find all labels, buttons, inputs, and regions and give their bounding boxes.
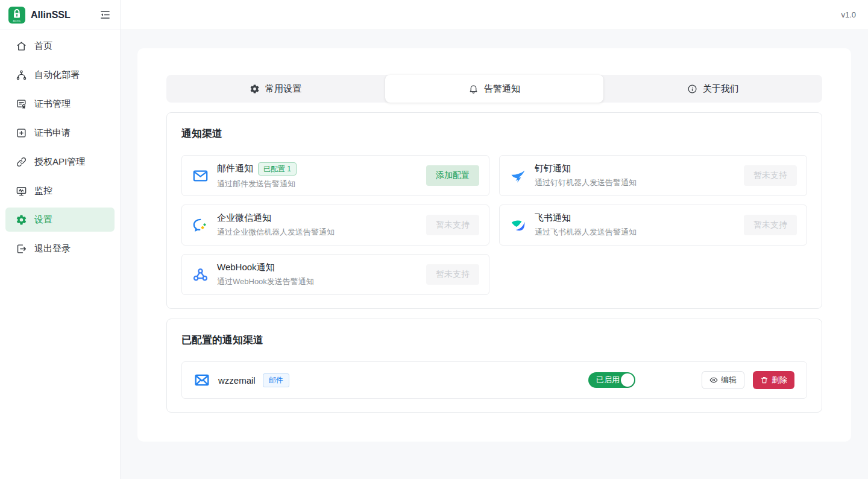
sidebar-item-label: 证书申请 (34, 127, 71, 139)
tab-label: 告警通知 (484, 83, 520, 95)
toggle-knob (621, 373, 634, 387)
feishu-icon (509, 217, 526, 233)
configured-channel-row: wzzemail 邮件 已启用 编辑 删除 (181, 361, 807, 399)
main-area: v1.0 常用设置 告警通知 关于我们 通知渠道 (121, 0, 868, 479)
sidebar-item-home[interactable]: 首页 (5, 34, 115, 58)
certificate-apply-icon (16, 127, 27, 139)
delete-button[interactable]: 删除 (753, 371, 794, 389)
logout-icon (16, 243, 27, 255)
unsupported-button[interactable]: 暂未支持 (426, 215, 479, 235)
sidebar-item-auto-deploy[interactable]: 自动化部署 (5, 63, 115, 87)
settings-panel: 常用设置 告警通知 关于我们 通知渠道 (137, 48, 851, 442)
channel-name: 企业微信通知 (217, 212, 271, 224)
channel-card-dingtalk: 钉钉通知 通过钉钉机器人发送告警通知 暂未支持 (499, 155, 807, 196)
sidebar-item-label: 首页 (34, 40, 52, 52)
toggle-label: 已启用 (596, 375, 620, 385)
channel-type-badge: 邮件 (263, 373, 289, 387)
sidebar: AllinSSL AllinSSL 首页 自动化部署 证书管理 证书申请 授权A… (0, 0, 121, 479)
settings-icon (16, 214, 27, 226)
sidebar-item-cert-apply[interactable]: 证书申请 (5, 121, 115, 145)
notification-channels-section: 通知渠道 邮件通知 已配置 1 通过邮件发送告警通知 (166, 112, 822, 309)
sidebar-nav: 首页 自动化部署 证书管理 证书申请 授权API管理 监控 设置 退出登录 (0, 30, 120, 269)
unsupported-button[interactable]: 暂未支持 (426, 264, 479, 285)
email-icon (194, 372, 210, 388)
tab-label: 关于我们 (703, 83, 739, 95)
info-icon (687, 84, 697, 94)
add-config-button[interactable]: 添加配置 (426, 165, 479, 186)
channel-description: 通过邮件发送告警通知 (217, 179, 297, 189)
channel-name: WebHook通知 (217, 262, 275, 273)
allinssl-logo-icon: AllinSSL (8, 7, 25, 24)
tab-alert-notification[interactable]: 告警通知 (385, 75, 604, 103)
content-area: 常用设置 告警通知 关于我们 通知渠道 (121, 30, 868, 479)
sidebar-item-settings[interactable]: 设置 (5, 208, 115, 232)
tab-common-settings[interactable]: 常用设置 (166, 75, 385, 103)
unsupported-button[interactable]: 暂未支持 (744, 215, 797, 235)
channel-name: 邮件通知 (217, 163, 253, 174)
channel-description: 通过飞书机器人发送告警通知 (535, 227, 637, 238)
configured-channel-name: wzzemail (218, 375, 256, 385)
settings-tabs: 常用设置 告警通知 关于我们 (166, 75, 822, 103)
section-title: 已配置的通知渠道 (181, 332, 807, 348)
top-bar: v1.0 (121, 0, 868, 30)
trash-icon (760, 376, 769, 384)
tab-label: 常用设置 (265, 83, 301, 95)
configured-count-badge: 已配置 1 (258, 162, 297, 176)
sidebar-item-label: 授权API管理 (34, 156, 85, 168)
api-link-icon (16, 156, 27, 168)
sidebar-item-api-manage[interactable]: 授权API管理 (5, 150, 115, 174)
sidebar-item-label: 证书管理 (34, 98, 71, 110)
tab-about-us[interactable]: 关于我们 (603, 75, 822, 103)
app-title: AllinSSL (31, 10, 98, 21)
edit-button[interactable]: 编辑 (702, 371, 744, 389)
sidebar-item-label: 退出登录 (34, 243, 71, 255)
wecom-icon (192, 217, 209, 233)
configured-channels-section: 已配置的通知渠道 wzzemail 邮件 已启用 编辑 (166, 319, 822, 413)
channel-description: 通过WebHook发送告警通知 (217, 276, 314, 287)
section-title: 通知渠道 (181, 126, 807, 142)
sidebar-collapse-icon[interactable] (98, 8, 112, 22)
eye-icon (709, 376, 718, 384)
dingtalk-icon (509, 167, 526, 184)
enabled-toggle[interactable]: 已启用 (588, 372, 635, 388)
channel-card-email: 邮件通知 已配置 1 通过邮件发送告警通知 添加配置 (181, 155, 489, 196)
channel-card-wecom: 企业微信通知 通过企业微信机器人发送告警通知 暂未支持 (181, 205, 489, 246)
channels-grid: 邮件通知 已配置 1 通过邮件发送告警通知 添加配置 (181, 155, 807, 295)
email-icon (192, 167, 209, 184)
sidebar-item-label: 自动化部署 (34, 69, 80, 81)
delete-label: 删除 (772, 375, 787, 385)
home-icon (16, 40, 27, 52)
version-label: v1.0 (841, 10, 856, 19)
sidebar-item-monitor[interactable]: 监控 (5, 179, 115, 203)
channel-card-feishu: 飞书通知 通过飞书机器人发送告警通知 暂未支持 (499, 205, 807, 246)
unsupported-button[interactable]: 暂未支持 (744, 165, 797, 186)
gear-icon (250, 84, 260, 94)
svg-text:AllinSSL: AllinSSL (13, 19, 21, 22)
bell-icon (468, 84, 479, 94)
sidebar-item-label: 设置 (34, 214, 52, 226)
webhook-icon (192, 266, 209, 283)
sidebar-header: AllinSSL AllinSSL (0, 0, 120, 30)
channel-card-webhook: WebHook通知 通过WebHook发送告警通知 暂未支持 (181, 254, 489, 295)
monitor-icon (16, 185, 27, 197)
channel-description: 通过钉钉机器人发送告警通知 (535, 177, 637, 188)
channel-name: 钉钉通知 (535, 163, 571, 174)
channel-name: 飞书通知 (535, 212, 571, 224)
deploy-icon (16, 69, 27, 81)
sidebar-item-logout[interactable]: 退出登录 (5, 236, 115, 261)
sidebar-item-label: 监控 (34, 185, 52, 197)
edit-label: 编辑 (721, 375, 737, 385)
certificate-icon (16, 98, 27, 110)
sidebar-item-cert-manage[interactable]: 证书管理 (5, 92, 115, 116)
channel-description: 通过企业微信机器人发送告警通知 (217, 227, 335, 238)
